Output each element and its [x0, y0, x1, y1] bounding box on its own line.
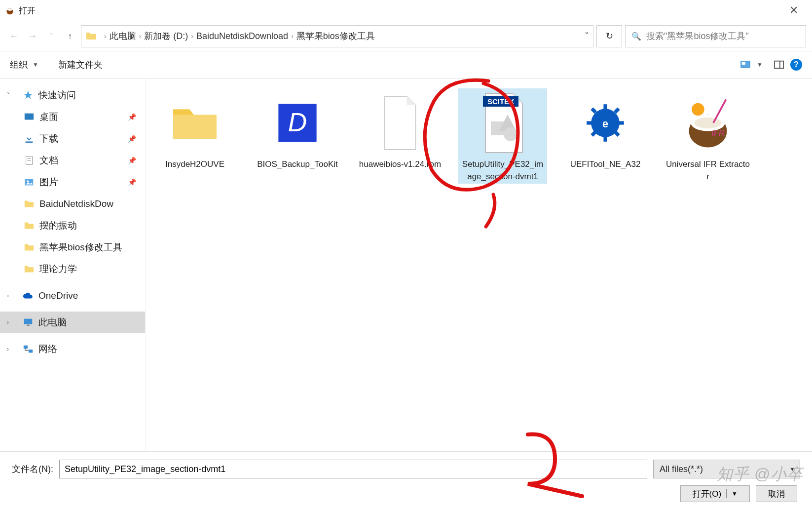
sidebar-item-network[interactable]: › 网络 — [0, 338, 145, 360]
folder-icon — [24, 264, 35, 275]
svg-rect-27 — [587, 121, 593, 124]
pictures-icon — [24, 177, 35, 188]
svg-rect-3 — [742, 62, 745, 65]
app-icon: D — [263, 88, 332, 158]
cancel-button[interactable]: 取消 — [756, 485, 797, 502]
view-icon[interactable] — [740, 59, 751, 70]
back-button[interactable]: ← — [6, 28, 22, 44]
sidebar-item-hackintosh[interactable]: 黑苹果bios修改工具 — [0, 236, 145, 258]
folder-icon — [24, 242, 35, 253]
sidebar-item-this-pc[interactable]: › 此电脑 — [0, 312, 145, 333]
file-item[interactable]: InsydeH2OUVE — [150, 88, 239, 184]
path-seg-0[interactable]: 此电脑 — [110, 30, 136, 42]
pin-icon: 📌 — [128, 113, 136, 121]
svg-point-23 — [504, 127, 517, 141]
search-placeholder: 搜索"黑苹果bios修改工具" — [646, 30, 749, 42]
sidebar-item-onedrive[interactable]: › OneDrive — [0, 285, 145, 307]
path-seg-3[interactable]: 黑苹果bios修改工具 — [296, 30, 375, 42]
svg-rect-14 — [27, 325, 30, 326]
breadcrumb[interactable]: › 此电脑 › 新加卷 (D:) › BaiduNetdiskDownload … — [81, 25, 593, 47]
sidebar-item-baidu[interactable]: BaiduNetdiskDow — [0, 193, 145, 215]
sidebar-item-label: 理论力学 — [39, 263, 77, 276]
chevron-right-icon[interactable]: › — [7, 319, 9, 326]
sidebar-item-label: OneDrive — [38, 290, 78, 301]
path-seg-1[interactable]: 新加卷 (D:) — [144, 30, 188, 42]
open-button[interactable]: 打开(O) ▼ — [680, 485, 750, 502]
sidebar-item-label: 黑苹果bios修改工具 — [39, 241, 122, 254]
chevron-down-icon[interactable]: ▼ — [33, 61, 38, 68]
title-bar: 打开 ✕ — [0, 0, 812, 21]
svg-rect-7 — [26, 142, 33, 143]
file-item[interactable]: e UEFITool_NE_A32 — [561, 88, 650, 184]
sidebar-item-pictures[interactable]: 图片 📌 — [0, 171, 145, 193]
sidebar-item-label: 图片 — [39, 176, 58, 189]
app-icon — [5, 5, 15, 15]
svg-text:SCITEX: SCITEX — [487, 97, 514, 106]
help-icon[interactable]: ? — [790, 59, 802, 71]
chevron-down-icon[interactable]: ▼ — [732, 490, 738, 497]
new-folder-button[interactable]: 新建文件夹 — [58, 59, 103, 71]
filename-input[interactable] — [59, 460, 647, 478]
svg-rect-16 — [29, 350, 33, 353]
svg-rect-25 — [603, 104, 607, 111]
file-item[interactable]: D BIOS_Backup_TooKit — [253, 88, 342, 184]
sidebar-item-label: 桌面 — [39, 111, 58, 123]
file-item[interactable]: IFR Universal IFR Extractor — [664, 88, 752, 184]
chevron-right-icon[interactable]: › — [7, 292, 9, 299]
forward-button[interactable]: → — [25, 28, 40, 44]
file-item-selected[interactable]: SCITEX SetupUtility_PE32_image_section-d… — [458, 88, 547, 184]
chevron-down-icon[interactable]: ▼ — [757, 61, 763, 68]
open-label: 打开(O) — [693, 488, 722, 500]
network-icon — [23, 344, 34, 354]
sidebar-item-desktop[interactable]: 桌面 📌 — [0, 106, 145, 128]
content-area: ˅ 快速访问 桌面 📌 下载 📌 文档 📌 图片 📌 BaiduNetdi — [0, 79, 812, 451]
window-title: 打开 — [19, 5, 36, 16]
chevron-right-icon[interactable]: › — [7, 346, 9, 353]
search-input[interactable]: 🔍 搜索"黑苹果bios修改工具" — [625, 25, 806, 47]
folder-icon — [24, 198, 35, 209]
file-item[interactable]: huaweibios-v1.24.rom — [356, 88, 444, 184]
filename-label: 文件名(N): — [12, 463, 53, 475]
svg-rect-13 — [24, 319, 33, 324]
organize-button[interactable]: 组织 — [10, 59, 28, 71]
chevron-down-icon[interactable]: ˅ — [7, 92, 10, 99]
preview-pane-icon[interactable] — [774, 59, 784, 70]
folder-icon — [160, 88, 229, 158]
document-icon — [24, 155, 35, 166]
file-label: InsydeH2OUVE — [163, 158, 226, 172]
path-seg-2[interactable]: BaiduNetdiskDownload — [196, 31, 288, 41]
star-icon — [23, 90, 34, 101]
file-list[interactable]: InsydeH2OUVE D BIOS_Backup_TooKit huawei… — [146, 79, 812, 451]
cloud-icon — [23, 290, 34, 301]
svg-rect-4 — [775, 61, 783, 69]
svg-text:IFR: IFR — [711, 128, 725, 137]
chevron-right-icon: › — [291, 32, 294, 40]
sidebar: ˅ 快速访问 桌面 📌 下载 📌 文档 📌 图片 📌 BaiduNetdi — [0, 79, 146, 451]
refresh-button[interactable]: ↻ — [596, 25, 622, 47]
close-icon[interactable]: ✕ — [780, 4, 807, 17]
svg-text:D: D — [288, 108, 307, 137]
filter-value: All files(*.*) — [660, 464, 703, 474]
bottom-bar: 文件名(N): All files(*.*) ▾ 打开(O) ▼ 取消 — [0, 451, 812, 508]
sidebar-item-documents[interactable]: 文档 📌 — [0, 150, 145, 171]
coconut-icon: IFR — [673, 88, 742, 158]
svg-rect-26 — [603, 135, 607, 142]
sidebar-item-label: 下载 — [39, 132, 58, 145]
recent-dropdown[interactable]: ˅ — [43, 28, 59, 44]
pin-icon: 📌 — [128, 135, 136, 143]
svg-rect-28 — [618, 121, 624, 124]
file-label: Universal IFR Extractor — [664, 158, 752, 184]
sidebar-item-mechanics[interactable]: 理论力学 — [0, 258, 145, 280]
sidebar-item-downloads[interactable]: 下载 📌 — [0, 128, 145, 150]
sidebar-item-label: 文档 — [39, 154, 58, 167]
chevron-down-icon[interactable]: ˅ — [585, 31, 589, 41]
sidebar-item-quick-access[interactable]: ˅ 快速访问 — [0, 84, 145, 106]
svg-text:e: e — [602, 118, 608, 130]
monitor-icon — [23, 317, 34, 328]
watermark: 知乎 @小卒 — [717, 464, 803, 485]
svg-point-1 — [7, 8, 13, 11]
sidebar-item-vibration[interactable]: 摆的振动 — [0, 215, 145, 236]
chevron-right-icon: › — [191, 32, 193, 40]
svg-rect-6 — [25, 114, 34, 120]
up-button[interactable]: ↑ — [62, 28, 78, 44]
